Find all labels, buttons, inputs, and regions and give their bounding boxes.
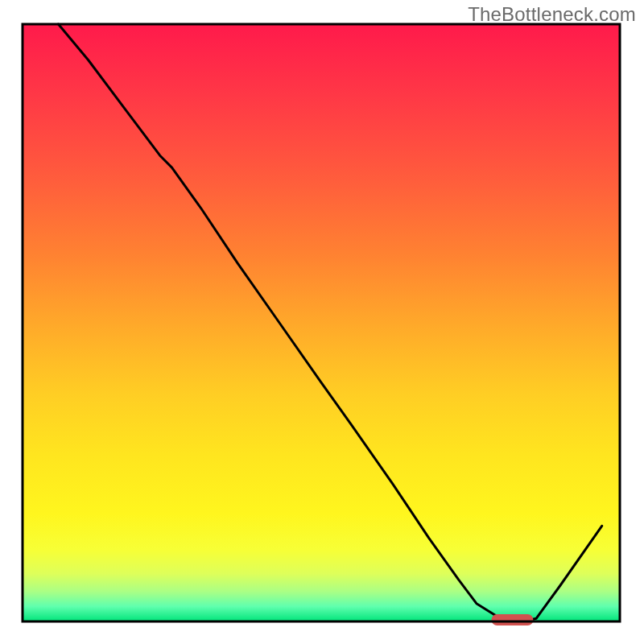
chart-svg <box>0 0 644 644</box>
chart-root: TheBottleneck.com <box>0 0 644 644</box>
optimal-range-marker <box>492 614 534 625</box>
gradient-background <box>23 24 620 621</box>
